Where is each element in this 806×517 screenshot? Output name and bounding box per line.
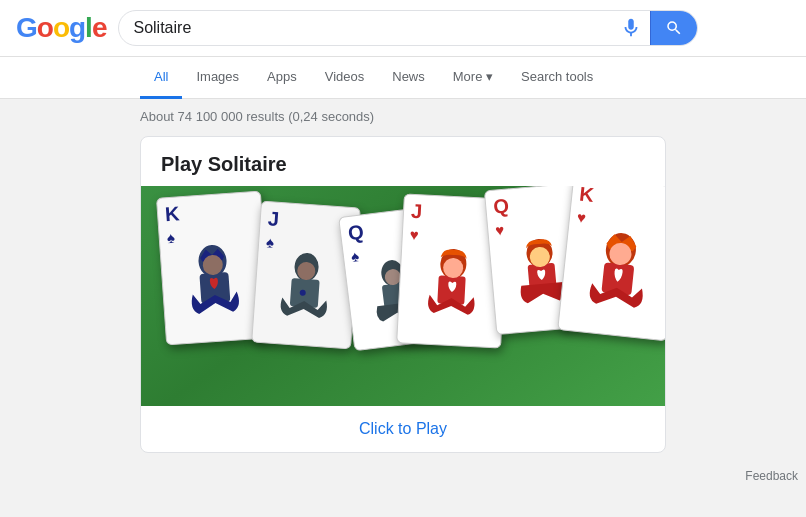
mic-icon (620, 17, 642, 39)
tab-all[interactable]: All (140, 57, 182, 99)
card-title: Play Solitaire (141, 137, 665, 186)
game-preview: K♠ (141, 186, 665, 406)
tab-news[interactable]: News (378, 57, 439, 99)
heart-king-figure (558, 207, 665, 341)
tab-images[interactable]: Images (182, 57, 253, 99)
voice-search-button[interactable] (612, 17, 650, 39)
click-to-play-button[interactable]: Click to Play (141, 406, 665, 452)
solitaire-card: Play Solitaire K♠ (140, 136, 666, 453)
results-count: About 74 100 000 results (0,24 seconds) (140, 109, 666, 124)
search-icon (665, 19, 683, 37)
header: Google (0, 0, 806, 57)
feedback-link[interactable]: Feedback (745, 469, 798, 483)
tab-apps[interactable]: Apps (253, 57, 311, 99)
tab-search-tools[interactable]: Search tools (507, 57, 607, 99)
search-bar[interactable] (118, 10, 698, 46)
tab-more[interactable]: More ▾ (439, 57, 507, 99)
search-button[interactable] (650, 11, 697, 45)
felt-background: K♠ (141, 186, 665, 406)
navigation-tabs: All Images Apps Videos News More ▾ Searc… (0, 57, 806, 99)
tab-videos[interactable]: Videos (311, 57, 379, 99)
google-logo: Google (16, 12, 106, 44)
results-area: About 74 100 000 results (0,24 seconds) … (0, 99, 806, 463)
search-input[interactable] (133, 19, 612, 37)
heart-king-card: K♥ (557, 186, 665, 341)
feedback-area[interactable]: Feedback (0, 463, 806, 489)
